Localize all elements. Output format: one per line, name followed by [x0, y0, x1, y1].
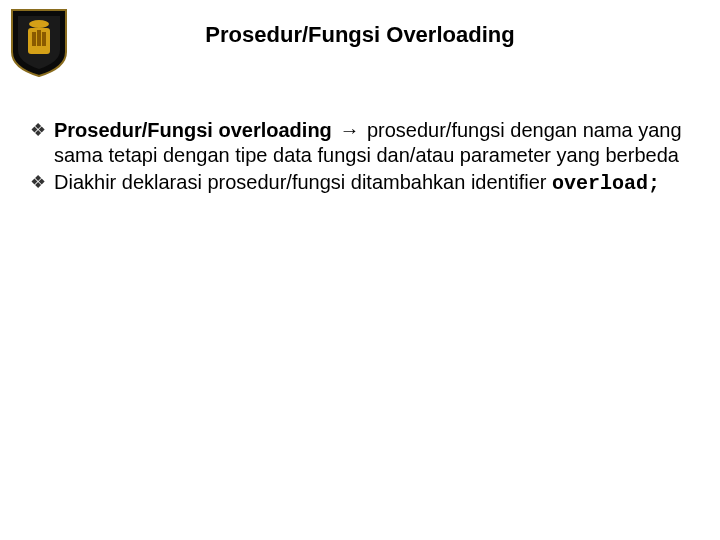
diamond-bullet-icon: ❖ [30, 170, 46, 194]
diamond-bullet-icon: ❖ [30, 118, 46, 142]
bullet-lead-bold: Prosedur/Fungsi overloading [54, 119, 332, 141]
slide: Prosedur/Fungsi Overloading ❖ Prosedur/F… [0, 0, 720, 540]
bullet-item: ❖ Diakhir deklarasi prosedur/fungsi dita… [30, 170, 690, 196]
bullet-code: overload; [552, 172, 660, 195]
slide-title: Prosedur/Fungsi Overloading [0, 22, 720, 48]
slide-body: ❖ Prosedur/Fungsi overloading → prosedur… [30, 118, 690, 198]
bullet-item: ❖ Prosedur/Fungsi overloading → prosedur… [30, 118, 690, 168]
bullet-pre-code: Diakhir deklarasi prosedur/fungsi ditamb… [54, 171, 552, 193]
arrow-right-icon: → [337, 118, 361, 143]
bullet-text: Diakhir deklarasi prosedur/fungsi ditamb… [54, 170, 690, 196]
bullet-text: Prosedur/Fungsi overloading → prosedur/f… [54, 118, 690, 168]
